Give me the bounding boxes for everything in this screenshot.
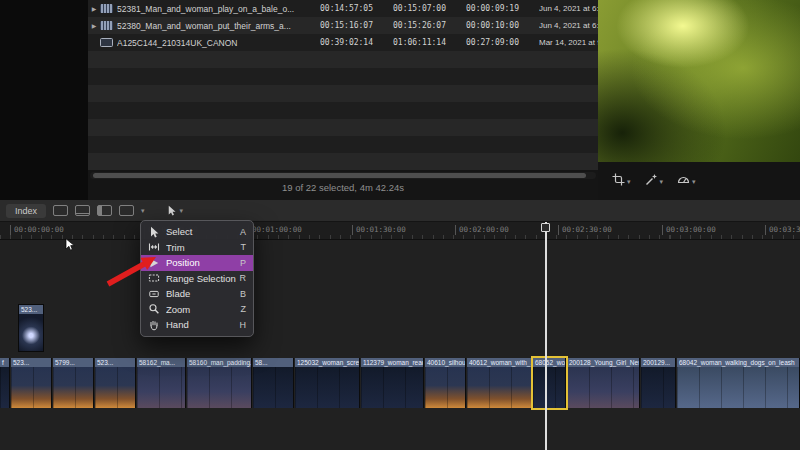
playhead-handle[interactable] [541, 223, 550, 232]
duration: 00:00:09:19 [466, 4, 539, 13]
retime-icon [677, 172, 690, 190]
clip-thumbnail [641, 367, 675, 408]
effects-button[interactable]: ▾ [645, 172, 664, 190]
tool-menu-button[interactable]: ▾ [166, 202, 184, 220]
clip-name: A125C144_210314UK_CANON [117, 38, 320, 48]
menu-item-label: Select [166, 226, 240, 237]
browser-row[interactable]: A125C144_210314UK_CANON00:39:02:1401:06:… [88, 34, 598, 51]
clip-label: 523... [19, 305, 43, 314]
clip-label: 68052_wo... [533, 358, 565, 367]
end-time: 00:15:26:07 [393, 21, 466, 30]
clip-thumbnail [19, 314, 43, 352]
clip-label: 58... [253, 358, 293, 367]
clip-label: f [0, 358, 9, 367]
chevron-down-icon: ▾ [692, 178, 696, 185]
crop-icon [612, 172, 625, 190]
menu-item-select[interactable]: SelectA [141, 224, 253, 240]
menu-item-hand[interactable]: HandH [141, 317, 253, 333]
retime-button[interactable]: ▾ [677, 172, 696, 190]
select-arrow-icon [148, 226, 160, 238]
connected-clip[interactable]: 523... [18, 304, 44, 352]
timeline-clip[interactable]: 58162_ma... [137, 358, 186, 408]
hand-icon [148, 319, 160, 331]
lane-toggle-icon[interactable] [53, 205, 68, 216]
filmstrip-icon [100, 21, 113, 30]
ruler-timecode: 00:01:30:00 [352, 225, 406, 235]
menu-item-zoom[interactable]: ZoomZ [141, 302, 253, 318]
clip-label: 58162_ma... [137, 358, 185, 367]
menu-item-shortcut: Z [241, 304, 247, 314]
timeline-clip[interactable]: 523... [11, 358, 52, 408]
wand-icon [645, 172, 658, 190]
clip-thumbnail [567, 367, 639, 408]
disclosure-triangle-icon[interactable]: ▶ [88, 5, 100, 12]
ruler-timecode: 00:03:00:00 [662, 225, 716, 235]
start-time: 00:15:16:07 [320, 21, 393, 30]
creation-date: Jun 4, 2021 at 6:41:19 [539, 21, 598, 30]
clip-thumbnail [53, 367, 93, 408]
scrollbar-thumb[interactable] [93, 173, 586, 178]
crop-button[interactable]: ▾ [612, 172, 631, 190]
clip-label: 58160_man_padding... [187, 358, 251, 367]
select-arrow-icon [166, 202, 177, 220]
creation-date: Mar 14, 2021 at 9:48:5 [539, 38, 598, 47]
clip-label: 200129... [641, 358, 675, 367]
timeline-clip[interactable]: 68042_woman_walking_dogs_on_leash [677, 358, 800, 408]
menu-item-shortcut: T [241, 242, 247, 252]
clip-label: 200128_Young_Girl_Nervo... [567, 358, 639, 367]
timeline-clip[interactable]: 523... [95, 358, 136, 408]
end-time: 00:15:07:00 [393, 4, 466, 13]
browser-row[interactable]: ▶52380_Man_and_woman_put_their_arms_a...… [88, 17, 598, 34]
menu-item-label: Hand [166, 319, 240, 330]
menu-item-label: Zoom [166, 304, 241, 315]
clip-thumbnail [0, 367, 9, 408]
fcp-window: ▶52381_Man_and_woman_play_on_a_bale_o...… [0, 0, 800, 450]
browser-horizontal-scrollbar[interactable] [90, 172, 596, 179]
playhead[interactable] [545, 222, 547, 450]
ruler-timecode: 00:03:30:00 [765, 225, 800, 235]
main-track: f523...5799...523...58162_ma...58160_man… [0, 358, 800, 408]
timeline-clip[interactable]: 40610_silhoue... [425, 358, 466, 408]
timeline-clip[interactable]: 58160_man_padding... [187, 358, 252, 408]
clip-thumbnail [295, 367, 359, 408]
duration: 00:27:09:00 [466, 38, 539, 47]
clip-thumbnail [425, 367, 465, 408]
timeline-toolbar: Index ▾ ▾ [0, 200, 800, 222]
index-button[interactable]: Index [6, 204, 46, 218]
timeline-clip[interactable]: 112379_woman_readin... [361, 358, 424, 408]
clip-appearance-button[interactable] [119, 205, 134, 216]
timeline-clip[interactable]: 40612_woman_with_... [467, 358, 532, 408]
clip-thumbnail [677, 367, 799, 408]
timeline-clip[interactable]: 200129... [641, 358, 676, 408]
ruler-timecode: 00:01:00:00 [248, 225, 302, 235]
timeline-clip[interactable]: 200128_Young_Girl_Nervo... [567, 358, 640, 408]
clip-label: 523... [95, 358, 135, 367]
timeline-clip[interactable]: 58... [253, 358, 294, 408]
clip-thumbnail [95, 367, 135, 408]
chevron-down-icon: ▾ [141, 207, 145, 214]
ruler-timecode: 00:02:00:00 [455, 225, 509, 235]
annotation-arrow [102, 246, 160, 290]
timeline-clip-selected[interactable]: 68052_wo... [533, 358, 566, 408]
lane-toggle-icon[interactable] [97, 205, 112, 216]
clip-thumbnail [137, 367, 185, 408]
end-time: 01:06:11:14 [393, 38, 466, 47]
timeline-ruler[interactable]: 00:00:00:0000:00:30:0000:01:00:0000:01:3… [0, 222, 800, 240]
timeline-clip[interactable]: f [0, 358, 10, 408]
menu-item-label: Blade [166, 288, 240, 299]
start-time: 00:14:57:05 [320, 4, 393, 13]
clip-thumbnail [253, 367, 293, 408]
disclosure-triangle-icon[interactable]: ▶ [88, 22, 100, 29]
menu-item-shortcut: B [240, 289, 246, 299]
duration: 00:00:10:00 [466, 21, 539, 30]
browser-row[interactable]: ▶52381_Man_and_woman_play_on_a_bale_o...… [88, 0, 598, 17]
timeline-clip[interactable]: 125032_woman_screening_vi... [295, 358, 360, 408]
chevron-down-icon: ▾ [180, 207, 184, 214]
clip-thumbnail [361, 367, 423, 408]
clip-thumbnail [467, 367, 531, 408]
timeline-clip[interactable]: 5799... [53, 358, 94, 408]
menu-item-label: Trim [166, 242, 241, 253]
chevron-down-icon: ▾ [627, 178, 631, 185]
menu-item-label: Range Selection [166, 273, 240, 284]
lane-toggle-icon[interactable] [75, 205, 90, 216]
